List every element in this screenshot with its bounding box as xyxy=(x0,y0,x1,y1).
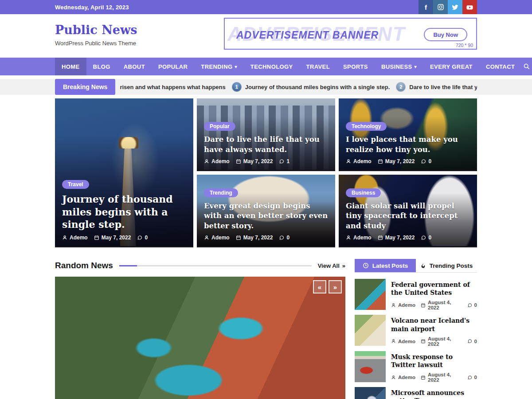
view-all-link[interactable]: View All » xyxy=(318,262,345,269)
random-news-carousel[interactable]: « » xyxy=(55,277,345,399)
post-date: May 7, 2022 xyxy=(236,235,273,241)
author[interactable]: Ademo xyxy=(391,302,415,308)
main-content: Travel Journey of thousand miles begins … xyxy=(55,98,477,399)
double-angle-right-icon: » xyxy=(342,262,345,269)
section-title: Random News xyxy=(55,261,113,270)
post-title[interactable]: Giant solar sail will propel tiny spacec… xyxy=(346,201,470,231)
author[interactable]: Ademo xyxy=(346,158,372,164)
person-icon xyxy=(204,235,209,240)
person-icon xyxy=(346,235,351,240)
nav-item-blog[interactable]: BLOG xyxy=(86,58,117,75)
nav-item-business[interactable]: BUSINESS▾ xyxy=(375,58,423,75)
post-thumbnail xyxy=(355,279,386,310)
comment-count[interactable]: 0 xyxy=(421,235,431,241)
post-title[interactable]: I love places that make you realize how … xyxy=(346,135,470,155)
nav-item-technology[interactable]: TECHNOLOGY xyxy=(244,58,300,75)
carousel-prev-button[interactable]: « xyxy=(313,280,326,293)
comment-count[interactable]: 0 xyxy=(279,235,289,241)
comment-count[interactable]: 0 xyxy=(467,302,477,308)
comment-count[interactable]: 0 xyxy=(467,375,477,380)
post-title[interactable]: Volcano near Iceland's main airport xyxy=(391,317,477,332)
list-item[interactable]: Volcano near Iceland's main airport Adem… xyxy=(355,315,477,346)
post-title[interactable]: Microsoft announces native Teams xyxy=(391,389,477,399)
featured-post-travel[interactable]: Travel Journey of thousand miles begins … xyxy=(55,98,193,247)
featured-post-popular[interactable]: Popular Dare to live the life that you h… xyxy=(197,98,335,171)
buy-now-button[interactable]: Buy Now xyxy=(424,28,467,41)
post-date: August 4, 2022 xyxy=(421,372,462,383)
featured-post-trending[interactable]: Trending Every great design begins with … xyxy=(197,175,335,247)
calendar-icon xyxy=(421,339,426,344)
nav-item-popular[interactable]: POPULAR xyxy=(152,58,194,75)
section-divider xyxy=(119,265,312,266)
post-title[interactable]: Dare to live the life that you have alwa… xyxy=(204,135,328,155)
list-item[interactable]: Microsoft announces native Teams Ademo A… xyxy=(355,387,477,399)
post-title[interactable]: Journey of thousand miles begins with a … xyxy=(62,193,186,231)
instagram-icon[interactable] xyxy=(433,0,448,14)
category-badge[interactable]: Popular xyxy=(204,122,235,131)
nav-item-every-great[interactable]: EVERY GREAT xyxy=(423,58,479,75)
ticker-item[interactable]: risen and what happens what happens xyxy=(120,84,225,90)
facebook-icon[interactable]: f xyxy=(419,0,433,14)
ticker-item[interactable]: 2 Dare to live the life that you have al… xyxy=(396,82,477,92)
person-icon xyxy=(204,159,209,164)
post-title[interactable]: Federal government of the United States xyxy=(391,281,477,297)
nav-item-home[interactable]: HOME xyxy=(55,58,86,75)
person-icon xyxy=(391,303,396,308)
comment-count[interactable]: 0 xyxy=(467,339,477,344)
author[interactable]: Ademo xyxy=(204,158,230,164)
site-tagline: WordPress Public News Theme xyxy=(55,40,137,47)
post-meta: Ademo May 7, 2022 1 xyxy=(204,158,328,164)
post-meta: Ademo May 7, 2022 0 xyxy=(62,235,186,241)
category-badge[interactable]: Trending xyxy=(204,188,238,197)
author[interactable]: Ademo xyxy=(62,235,88,241)
nav-item-travel[interactable]: TRAVEL xyxy=(300,58,336,75)
author[interactable]: Ademo xyxy=(391,339,415,344)
nav-item-about[interactable]: ABOUT xyxy=(117,58,152,75)
section-header: Random News View All » xyxy=(55,259,345,272)
category-badge[interactable]: Business xyxy=(346,188,381,197)
post-date: May 7, 2022 xyxy=(94,235,131,241)
category-badge[interactable]: Travel xyxy=(62,180,89,189)
featured-post-technology[interactable]: Technology I love places that make you r… xyxy=(339,98,477,171)
breaking-news-label[interactable]: Breaking News xyxy=(55,79,115,95)
nav-item-sports[interactable]: SPORTS xyxy=(336,58,375,75)
post-title[interactable]: Every great design begins with an even b… xyxy=(204,201,328,231)
search-icon[interactable] xyxy=(521,58,532,75)
comment-count[interactable]: 1 xyxy=(279,158,289,164)
ticker-item[interactable]: 1 Journey of thousand miles begins with … xyxy=(232,82,390,92)
ticker-number-badge: 1 xyxy=(232,82,242,92)
comment-count[interactable]: 0 xyxy=(137,235,148,241)
post-title[interactable]: Musk response to Twitter lawsuit xyxy=(391,353,477,369)
twitter-icon[interactable] xyxy=(448,0,462,14)
author[interactable]: Ademo xyxy=(204,235,230,241)
featured-post-business[interactable]: Business Giant solar sail will propel ti… xyxy=(339,175,477,247)
calendar-icon xyxy=(236,159,241,164)
social-links: f xyxy=(419,0,477,14)
advertisement-banner[interactable]: ADVERTISEMENT ADVERTISEMENT BANNER Buy N… xyxy=(224,18,477,50)
calendar-icon xyxy=(421,375,426,380)
carousel-image xyxy=(55,277,345,399)
nav-item-trending[interactable]: TRENDING▾ xyxy=(194,58,244,75)
sidebar: Latest Posts Trending Posts Federal gove… xyxy=(355,259,477,399)
date-text: Wednesday, April 12, 2023 xyxy=(55,4,129,11)
comment-icon xyxy=(421,159,426,164)
author[interactable]: Ademo xyxy=(346,235,372,241)
tab-trending-posts[interactable]: Trending Posts xyxy=(416,259,477,272)
list-item[interactable]: Musk response to Twitter lawsuit Ademo A… xyxy=(355,351,477,383)
post-thumbnail xyxy=(355,315,386,346)
list-item[interactable]: Federal government of the United States … xyxy=(355,279,477,310)
site-logo[interactable]: Public News xyxy=(55,23,137,37)
author[interactable]: Ademo xyxy=(391,375,415,380)
nav-item-contact[interactable]: CONTACT xyxy=(479,58,521,75)
youtube-icon[interactable] xyxy=(462,0,477,14)
post-date: May 7, 2022 xyxy=(378,158,415,164)
post-meta: Ademo May 7, 2022 0 xyxy=(346,158,470,164)
post-date: August 4, 2022 xyxy=(421,336,462,347)
chevron-down-icon: ▾ xyxy=(415,64,417,69)
category-badge[interactable]: Technology xyxy=(346,122,387,131)
tab-latest-posts[interactable]: Latest Posts xyxy=(355,259,416,272)
carousel-next-button[interactable]: » xyxy=(329,280,342,293)
post-thumbnail xyxy=(355,351,386,382)
clock-icon xyxy=(363,262,369,269)
comment-count[interactable]: 0 xyxy=(421,158,431,164)
